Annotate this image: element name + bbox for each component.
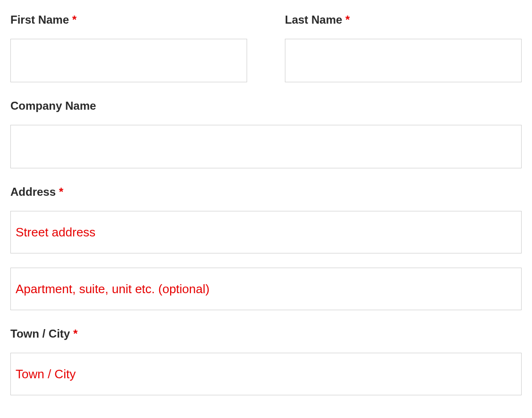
last-name-input[interactable] [285,39,522,82]
last-name-field: Last Name * [285,13,522,82]
last-name-label-text: Last Name [285,13,342,26]
last-name-required-mark: * [345,13,350,26]
town-city-input[interactable] [10,353,522,395]
apartment-input[interactable] [10,268,522,310]
street-address-input[interactable] [10,211,522,253]
address-label-text: Address [10,185,56,198]
address-label: Address * [10,185,522,199]
company-name-label-text: Company Name [10,99,96,112]
company-name-label: Company Name [10,99,522,113]
town-city-required-mark: * [73,327,77,340]
first-name-field: First Name * [10,13,247,82]
town-city-field: Town / City * [10,327,522,395]
first-name-input[interactable] [10,39,247,82]
company-name-input[interactable] [10,125,522,168]
name-row: First Name * Last Name * [10,13,522,82]
first-name-required-mark: * [72,13,77,26]
town-city-label-text: Town / City [10,327,70,340]
address-required-mark: * [59,185,63,198]
town-city-label: Town / City * [10,327,522,340]
last-name-label: Last Name * [285,13,522,26]
first-name-label-text: First Name [10,13,69,26]
first-name-label: First Name * [10,13,247,26]
address-field: Address * [10,185,522,310]
company-name-field: Company Name [10,99,522,168]
